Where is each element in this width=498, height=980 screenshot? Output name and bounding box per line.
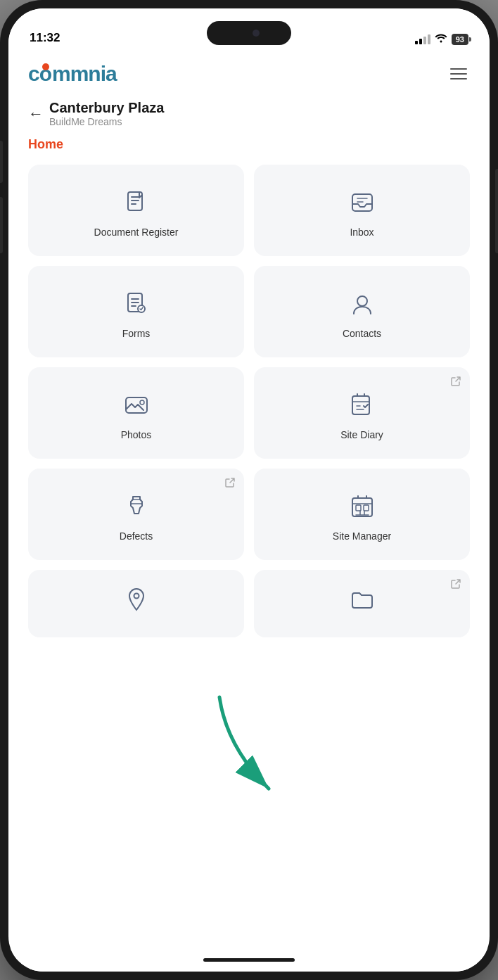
dynamic-island xyxy=(207,21,291,45)
menu-card-folder[interactable] xyxy=(254,570,470,637)
site-manager-label: Site Manager xyxy=(333,530,391,542)
volume-up-button[interactable] xyxy=(0,141,3,183)
project-info: Canterbury Plaza BuildMe Dreams xyxy=(49,100,164,127)
home-indicator xyxy=(8,948,490,972)
main-content: c o mmnia ← Canterbury Plaza xyxy=(8,51,490,948)
hamburger-menu-button[interactable] xyxy=(447,65,470,82)
svg-rect-9 xyxy=(356,505,361,511)
svg-point-4 xyxy=(357,296,367,306)
document-register-label: Document Register xyxy=(94,227,179,238)
external-link-icon-folder xyxy=(450,578,461,592)
svg-rect-1 xyxy=(352,194,372,211)
menu-card-photos[interactable]: Photos xyxy=(28,367,244,459)
app-header: c o mmnia xyxy=(28,51,470,100)
phone-frame: 11:32 93 xyxy=(0,0,498,980)
menu-card-document-register[interactable]: Document Register xyxy=(28,165,244,256)
forms-label: Forms xyxy=(122,328,151,339)
defects-label: Defects xyxy=(120,530,153,542)
status-time: 11:32 xyxy=(30,24,60,45)
camera-dot xyxy=(253,30,260,37)
location-icon xyxy=(121,584,152,615)
document-register-icon xyxy=(121,187,152,218)
menu-card-location[interactable] xyxy=(28,570,244,637)
app-logo: c o mmnia xyxy=(28,62,117,86)
menu-card-contacts[interactable]: Contacts xyxy=(254,266,470,357)
section-title: Home xyxy=(28,137,470,152)
volume-down-button[interactable] xyxy=(0,197,3,253)
menu-card-inbox[interactable]: Inbox xyxy=(254,165,470,256)
menu-card-site-diary[interactable]: Site Diary xyxy=(254,367,470,459)
svg-point-6 xyxy=(140,400,144,405)
menu-grid: Document Register Inbox xyxy=(28,165,470,637)
folder-icon xyxy=(347,584,378,615)
signal-icon xyxy=(415,34,430,44)
external-link-icon-defects xyxy=(224,477,236,490)
wifi-icon xyxy=(435,33,447,45)
contacts-label: Contacts xyxy=(343,328,381,339)
external-link-icon-site-diary xyxy=(450,376,461,389)
inbox-icon xyxy=(347,187,378,218)
forms-icon xyxy=(121,288,152,319)
status-icons: 93 xyxy=(415,26,468,45)
inbox-label: Inbox xyxy=(350,227,374,238)
project-name: Canterbury Plaza xyxy=(49,100,164,116)
menu-card-forms[interactable]: Forms xyxy=(28,266,244,357)
back-button[interactable]: ← xyxy=(28,105,44,123)
svg-rect-8 xyxy=(352,498,372,516)
battery-icon: 93 xyxy=(452,34,468,45)
photos-label: Photos xyxy=(121,429,152,440)
power-button[interactable] xyxy=(495,169,498,253)
phone-screen: 11:32 93 xyxy=(8,8,490,972)
photos-icon xyxy=(121,390,152,421)
svg-point-11 xyxy=(134,594,139,599)
project-subtitle: BuildMe Dreams xyxy=(49,116,164,127)
contacts-icon xyxy=(347,288,378,319)
site-diary-label: Site Diary xyxy=(340,429,383,440)
menu-card-defects[interactable]: Defects xyxy=(28,469,244,560)
svg-rect-10 xyxy=(364,505,369,511)
logo-dot xyxy=(42,63,49,70)
back-navigation: ← Canterbury Plaza BuildMe Dreams xyxy=(28,100,470,127)
site-diary-icon xyxy=(347,390,378,421)
menu-card-site-manager[interactable]: Site Manager xyxy=(254,469,470,560)
defects-icon xyxy=(121,491,152,522)
site-manager-icon xyxy=(347,491,378,522)
